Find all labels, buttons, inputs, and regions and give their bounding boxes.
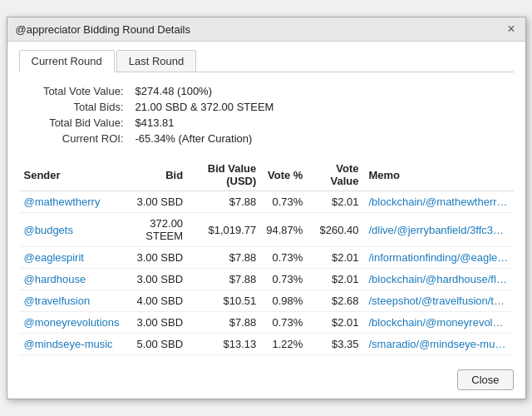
memo-cell[interactable]: /informationfinding/@eaglespirit [363,247,513,269]
bid-cell: 5.00 SBD [125,334,189,355]
sender-cell[interactable]: @moneyrevolutions [19,312,125,334]
tab-current-round[interactable]: Current Round [19,50,115,72]
sender-cell[interactable]: @budgets [19,213,125,247]
dialog: @appreciator Bidding Round Details × Cur… [7,17,526,399]
current-roi-label: Current ROI: [21,131,129,146]
total-bids-label: Total Bids: [21,100,129,114]
table-row: @eaglespirit 3.00 SBD $7.88 0.73% $2.01 … [19,247,514,269]
memo-cell[interactable]: /steepshot/@travelfusion/the-streets-of- [363,290,513,312]
dialog-body: Current Round Last Round Total Vote Valu… [7,42,525,399]
total-bid-value: $413.81 [131,116,512,130]
total-vote-value: $274.48 (100%) [131,84,512,98]
bid-value-cell: $7.88 [188,191,261,213]
vote-value-cell: $2.01 [308,191,363,213]
table-row: @hardhouse 3.00 SBD $7.88 0.73% $2.01 /b… [19,269,514,290]
memo-cell[interactable]: /smaradio/@mindseye-music/sma- [363,334,513,355]
bid-value-cell: $13.13 [188,334,261,355]
vote-pct-cell: 0.73% [261,312,308,334]
col-header-vote-value: Vote Value [308,159,363,191]
col-header-memo: Memo [363,159,513,191]
sender-cell[interactable]: @mathewtherry [19,191,125,213]
current-roi: -65.34% (After Curation) [131,131,512,146]
bid-value-cell: $10.51 [188,290,261,312]
bid-cell: 372.00 STEEM [125,213,189,247]
total-bid-value-label: Total Bid Value: [21,116,129,130]
table-row: @moneyrevolutions 3.00 SBD $7.88 0.73% $… [19,312,514,334]
dialog-titlebar: @appreciator Bidding Round Details × [7,17,525,42]
data-table: Sender Bid Bid Value (USD) Vote % Vote V… [19,159,514,355]
vote-value-cell: $2.01 [308,269,363,290]
vote-value-cell: $2.01 [308,312,363,334]
vote-value-cell: $2.68 [308,290,363,312]
table-row: @mathewtherry 3.00 SBD $7.88 0.73% $2.01… [19,191,514,213]
memo-cell[interactable]: /blockchain/@moneyrevolutions [363,312,513,334]
sender-cell[interactable]: @hardhouse [19,269,125,290]
col-header-sender: Sender [19,159,125,191]
sender-cell[interactable]: @travelfusion [19,290,125,312]
total-bids: 21.00 SBD & 372.00 STEEM [131,100,512,114]
close-button[interactable]: Close [457,369,513,390]
memo-cell[interactable]: /dlive/@jerrybanfield/3ffc3520-426a- [363,213,513,247]
dialog-footer: Close [457,369,513,390]
vote-pct-cell: 1.22% [261,334,308,355]
dialog-x-button[interactable]: × [505,22,516,36]
table-row: @travelfusion 4.00 SBD $10.51 0.98% $2.6… [19,290,514,312]
bid-cell: 3.00 SBD [125,269,189,290]
table-row: @budgets 372.00 STEEM $1,019.77 94.87% $… [19,213,514,247]
col-header-vote-pct: Vote % [261,159,308,191]
memo-cell[interactable]: /blockchain/@hardhouse/flux-an- [363,269,513,290]
vote-value-cell: $3.35 [308,334,363,355]
summary-table: Total Vote Value: $274.48 (100%) Total B… [19,82,514,147]
vote-pct-cell: 94.87% [261,213,308,247]
vote-value-cell: $2.01 [308,247,363,269]
bid-cell: 3.00 SBD [125,247,189,269]
tab-bar: Current Round Last Round [19,50,514,72]
bid-value-cell: $7.88 [188,269,261,290]
dialog-title: @appreciator Bidding Round Details [16,23,190,36]
bid-value-cell: $7.88 [188,312,261,334]
table-row: @mindseye-music 5.00 SBD $13.13 1.22% $3… [19,334,514,355]
vote-value-cell: $260.40 [308,213,363,247]
bid-cell: 3.00 SBD [125,312,189,334]
tab-last-round[interactable]: Last Round [116,50,197,72]
bid-cell: 4.00 SBD [125,290,189,312]
vote-pct-cell: 0.98% [261,290,308,312]
memo-cell[interactable]: /blockchain/@mathewtherry/truegame- [363,191,513,213]
bid-cell: 3.00 SBD [125,191,189,213]
sender-cell[interactable]: @eaglespirit [19,247,125,269]
vote-pct-cell: 0.73% [261,191,308,213]
total-vote-value-label: Total Vote Value: [21,84,129,98]
col-header-bid-value: Bid Value (USD) [188,159,261,191]
bid-value-cell: $1,019.77 [188,213,261,247]
col-header-bid: Bid [125,159,189,191]
bid-value-cell: $7.88 [188,247,261,269]
sender-cell[interactable]: @mindseye-music [19,334,125,355]
vote-pct-cell: 0.73% [261,247,308,269]
vote-pct-cell: 0.73% [261,269,308,290]
